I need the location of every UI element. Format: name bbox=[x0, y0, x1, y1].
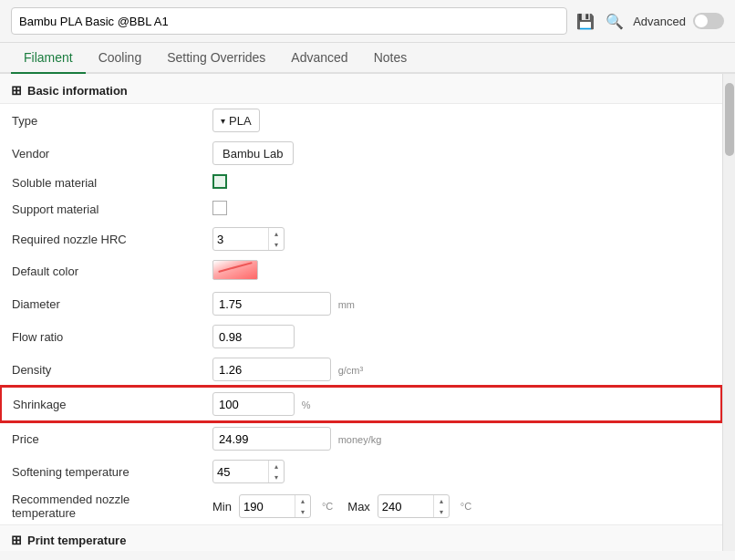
flow-ratio-input[interactable] bbox=[212, 325, 295, 348]
shrinkage-label: Shrinkage bbox=[1, 387, 202, 421]
tab-filament[interactable]: Filament bbox=[11, 43, 86, 74]
shrinkage-row: Shrinkage % bbox=[1, 387, 721, 421]
nozzle-temp-row: Recommended nozzletemperature Min ▴ ▾ bbox=[1, 488, 721, 524]
tab-notes[interactable]: Notes bbox=[361, 43, 420, 74]
nozzle-temp-section: Min ▴ ▾ °C Max bbox=[212, 494, 710, 518]
title-input[interactable] bbox=[11, 7, 567, 35]
shrinkage-value-cell: % bbox=[202, 387, 721, 421]
diameter-label: Diameter bbox=[1, 287, 202, 320]
tabs-bar: Filament Cooling Setting Overrides Advan… bbox=[0, 43, 735, 74]
default-color-label: Default color bbox=[1, 255, 202, 287]
support-row: Support material bbox=[1, 196, 721, 223]
flow-ratio-value-cell bbox=[202, 320, 721, 353]
support-value-cell bbox=[202, 196, 721, 223]
softening-temp-up[interactable]: ▴ bbox=[269, 461, 284, 472]
shrinkage-input[interactable] bbox=[212, 392, 295, 416]
grid-icon-2: ⊞ bbox=[11, 533, 22, 547]
softening-temp-label: Softening temperature bbox=[1, 455, 202, 488]
tab-advanced[interactable]: Advanced bbox=[278, 43, 360, 74]
app-container: 💾 🔍 Advanced Filament Cooling Setting Ov… bbox=[0, 0, 735, 551]
chevron-down-icon: ▾ bbox=[221, 116, 225, 126]
nozzle-hrc-value-cell: ▴ ▾ bbox=[202, 223, 721, 255]
top-bar-icons: 💾 🔍 Advanced bbox=[575, 11, 724, 32]
print-temp-header: ⊞ Print temperature bbox=[0, 524, 722, 551]
top-bar: 💾 🔍 Advanced bbox=[0, 0, 735, 43]
search-icon: 🔍 bbox=[606, 13, 624, 30]
nozzle-hrc-up[interactable]: ▴ bbox=[269, 228, 284, 239]
diameter-unit: mm bbox=[338, 299, 355, 310]
soluble-checkbox[interactable] bbox=[212, 174, 227, 189]
nozzle-hrc-arrows: ▴ ▾ bbox=[268, 228, 284, 250]
support-checkbox[interactable] bbox=[212, 201, 227, 215]
nozzle-temp-min-arrows: ▴ ▾ bbox=[295, 495, 310, 517]
nozzle-hrc-input[interactable] bbox=[213, 228, 268, 250]
nozzle-temp-min-input[interactable] bbox=[240, 495, 295, 517]
advanced-toggle-label: Advanced bbox=[633, 15, 686, 28]
scrollbar[interactable] bbox=[722, 74, 735, 551]
density-row: Density g/cm³ bbox=[1, 353, 721, 387]
nozzle-temp-max-input[interactable] bbox=[378, 495, 433, 517]
density-label: Density bbox=[1, 353, 202, 387]
tab-setting-overrides[interactable]: Setting Overrides bbox=[154, 43, 278, 74]
softening-temp-down[interactable]: ▾ bbox=[269, 472, 284, 482]
vendor-display: Bambu Lab bbox=[212, 141, 294, 165]
type-dropdown[interactable]: ▾ PLA bbox=[212, 109, 260, 132]
vendor-label: Vendor bbox=[1, 137, 202, 170]
nozzle-temp-min-up[interactable]: ▴ bbox=[295, 495, 310, 506]
nozzle-hrc-label: Required nozzle HRC bbox=[1, 223, 202, 255]
density-value-cell: g/cm³ bbox=[202, 353, 721, 387]
soluble-value-cell bbox=[202, 170, 721, 196]
basic-info-table: Type ▾ PLA Vendor Bamb bbox=[0, 104, 722, 524]
color-swatch[interactable] bbox=[212, 260, 258, 280]
density-unit: g/cm³ bbox=[338, 365, 364, 376]
density-input[interactable] bbox=[212, 358, 331, 381]
nozzle-hrc-spinner[interactable]: ▴ ▾ bbox=[212, 227, 285, 251]
soluble-row: Soluble material bbox=[1, 170, 721, 196]
flow-ratio-label: Flow ratio bbox=[1, 320, 202, 353]
search-button[interactable]: 🔍 bbox=[604, 11, 626, 32]
nozzle-temp-max-arrows: ▴ ▾ bbox=[433, 495, 449, 517]
flow-ratio-row: Flow ratio bbox=[1, 320, 721, 353]
nozzle-temp-min-down[interactable]: ▾ bbox=[295, 506, 310, 517]
softening-temp-spinner[interactable]: ▴ ▾ bbox=[212, 460, 285, 483]
content-area: ⊞ Basic information Type ▾ PLA bbox=[0, 74, 735, 551]
price-input[interactable] bbox=[212, 427, 331, 451]
diameter-input[interactable] bbox=[212, 292, 331, 316]
nozzle-max-label: Max bbox=[347, 500, 370, 513]
scrollbar-thumb[interactable] bbox=[725, 83, 734, 156]
advanced-toggle[interactable] bbox=[693, 13, 724, 29]
nozzle-temp-min-spinner[interactable]: ▴ ▾ bbox=[239, 494, 311, 518]
nozzle-temp-min-unit: °C bbox=[322, 501, 333, 512]
softening-temp-arrows: ▴ ▾ bbox=[268, 461, 284, 482]
print-temp-title: Print temperature bbox=[27, 534, 126, 547]
vendor-value-cell: Bambu Lab bbox=[202, 137, 721, 170]
main-panel: ⊞ Basic information Type ▾ PLA bbox=[0, 74, 722, 551]
basic-info-header: ⊞ Basic information bbox=[0, 74, 722, 104]
nozzle-temp-max-spinner[interactable]: ▴ ▾ bbox=[378, 494, 450, 518]
nozzle-hrc-row: Required nozzle HRC ▴ ▾ bbox=[1, 223, 721, 255]
softening-temp-row: Softening temperature ▴ ▾ bbox=[1, 455, 721, 488]
support-label: Support material bbox=[1, 196, 202, 223]
section-title: Basic information bbox=[27, 84, 128, 98]
vendor-row: Vendor Bambu Lab bbox=[1, 137, 721, 170]
tab-cooling[interactable]: Cooling bbox=[86, 43, 154, 74]
nozzle-min-label: Min bbox=[212, 500, 232, 513]
type-value-cell: ▾ PLA bbox=[202, 104, 721, 137]
grid-icon: ⊞ bbox=[11, 83, 22, 98]
default-color-row: Default color bbox=[1, 255, 721, 287]
type-row: Type ▾ PLA bbox=[1, 104, 721, 137]
nozzle-temp-max-down[interactable]: ▾ bbox=[434, 506, 449, 517]
shrinkage-unit: % bbox=[302, 399, 311, 410]
type-label: Type bbox=[1, 104, 202, 137]
price-label: Price bbox=[1, 421, 202, 455]
nozzle-hrc-down[interactable]: ▾ bbox=[269, 239, 284, 250]
default-color-value-cell bbox=[202, 255, 721, 287]
softening-temp-input[interactable] bbox=[213, 461, 268, 482]
soluble-label: Soluble material bbox=[1, 170, 202, 196]
price-value-cell: money/kg bbox=[202, 421, 721, 455]
price-unit: money/kg bbox=[338, 434, 382, 445]
nozzle-temp-max-up[interactable]: ▴ bbox=[434, 495, 449, 506]
softening-temp-value-cell: ▴ ▾ bbox=[202, 455, 721, 488]
save-button[interactable]: 💾 bbox=[575, 11, 596, 32]
diameter-value-cell: mm bbox=[202, 287, 721, 320]
